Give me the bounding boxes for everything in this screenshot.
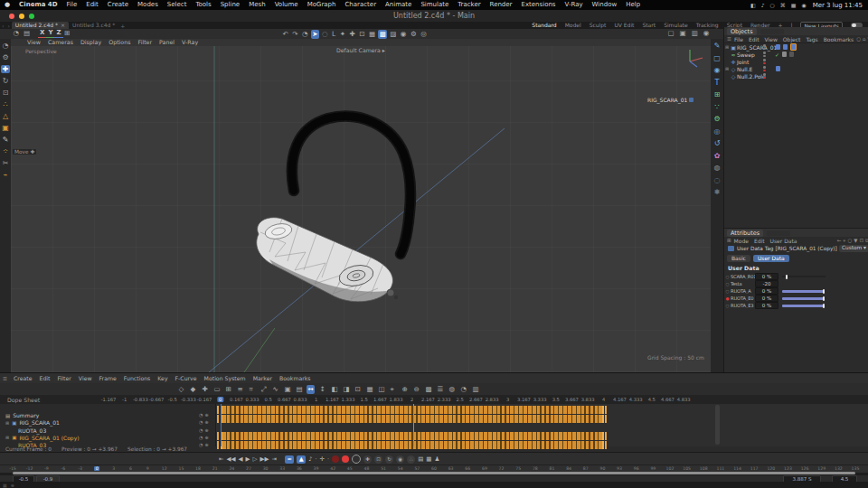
edges-mode-icon[interactable]: △ (1, 112, 10, 120)
generator-gear-icon[interactable]: ⚙ (712, 115, 722, 123)
menu-v-ray[interactable]: V-Ray (561, 0, 588, 10)
display-icon[interactable]: ◧ (748, 2, 759, 8)
render-settings-icon[interactable]: ⚙ (409, 30, 418, 39)
record-transform-icon[interactable] (332, 455, 339, 463)
objects-menu-edit[interactable]: Edit (746, 36, 762, 42)
apple-menu-icon[interactable]: ● (0, 0, 14, 10)
frame-label[interactable]: 129 (817, 466, 826, 471)
quantize-grid-icon[interactable]: ▦ (368, 30, 377, 39)
menu-spline[interactable]: Spline (216, 0, 245, 10)
menu-render[interactable]: Render (486, 0, 517, 10)
visibility-editor-dot[interactable] (763, 73, 766, 76)
tag-icon[interactable] (782, 52, 788, 57)
objects-menu-bookmarks[interactable]: Bookmarks (821, 36, 857, 42)
prev-key-button[interactable]: ◀◀ (226, 455, 235, 464)
snap-icon[interactable]: ✦ (338, 30, 346, 39)
frame-label[interactable]: 81 (550, 466, 555, 471)
attributes-menu-edit[interactable]: Edit (751, 238, 768, 244)
attributes-menu-mode[interactable]: Mode (731, 238, 751, 244)
track-row-summary-0[interactable]: ▤Summary (5, 412, 39, 419)
track-option-icon[interactable]: ⊕ (204, 412, 208, 418)
subtab-basic[interactable]: Basic (727, 255, 750, 262)
track-option-icon[interactable]: ⊕ (204, 419, 208, 425)
back-icon[interactable]: ← (837, 238, 842, 244)
frame-label[interactable]: 15 (178, 466, 184, 471)
param-slider[interactable] (782, 296, 826, 301)
frame-label[interactable]: -6 (61, 466, 66, 471)
track-option-icon[interactable]: ⊕ (204, 435, 208, 440)
prev-frame-button[interactable]: ◀ (238, 455, 242, 464)
play-button[interactable]: ▶ (245, 455, 250, 464)
track-option-icon[interactable]: ⊕ (204, 442, 208, 447)
frame-label[interactable]: 39 (314, 466, 319, 471)
frame-label[interactable]: -3 (78, 466, 82, 471)
menu-edit[interactable]: Edit (81, 0, 103, 10)
workplane-icon[interactable]: ⊞ (63, 29, 71, 38)
frame-label[interactable]: 24 (229, 466, 234, 471)
play-forward-button[interactable]: ▷ (252, 455, 257, 464)
timeline-range-scrollbar[interactable] (13, 472, 855, 474)
param-slider[interactable] (782, 275, 826, 279)
timeline-menu-filter[interactable]: Filter (53, 375, 74, 381)
timeline-menu-view[interactable]: View (75, 375, 96, 381)
camera-label[interactable]: Default Camera ▸ (336, 47, 385, 53)
track-option-icon[interactable]: ◔ (199, 412, 203, 418)
tab-objects-secondary[interactable] (760, 29, 784, 34)
viewport-menu-v-ray[interactable]: V-Ray (178, 39, 202, 46)
frame-label[interactable]: 96 (634, 466, 639, 471)
timeline-tool-icon-5[interactable]: ≡ (236, 385, 244, 394)
frame-label[interactable]: 135 (852, 466, 860, 471)
tag-icon[interactable] (776, 66, 781, 71)
frame-label[interactable]: 117 (750, 466, 759, 471)
frame-label[interactable]: 63 (448, 466, 454, 471)
timeline-menu-bookmarks[interactable]: Bookmarks (276, 375, 315, 381)
frame-label[interactable]: 30 (263, 466, 269, 471)
user-data-tag-selected-icon[interactable] (790, 43, 797, 51)
objects-menu-file[interactable]: File (731, 36, 746, 42)
frame-label[interactable]: 48 (364, 466, 370, 471)
timeline-menu-create[interactable]: Create (10, 375, 36, 381)
move-icon[interactable]: ✚ (348, 30, 356, 39)
frame-label[interactable]: 123 (784, 466, 792, 471)
timeline-tool-icon-14[interactable]: ◨ (342, 385, 351, 394)
points-mode-icon[interactable]: ∴ (1, 100, 10, 108)
history-icon[interactable]: ◔ (12, 29, 21, 38)
timeline-menu-edit[interactable]: Edit (36, 375, 54, 381)
torus-spline-icon[interactable]: ◎ (712, 127, 722, 136)
frame-label[interactable]: 21 (212, 466, 218, 471)
menu-mesh[interactable]: Mesh (244, 0, 269, 10)
layout-tab-sculpt[interactable]: Sculpt (590, 22, 607, 29)
app-menu[interactable]: Cinema 4D (14, 0, 61, 10)
timeline-tool-icon-4[interactable]: ⊞ (224, 385, 232, 394)
settings-gear-icon[interactable]: ⚙ (1, 53, 10, 61)
menu-mograph[interactable]: MoGraph (303, 0, 341, 10)
menu-volume[interactable]: Volume (270, 0, 303, 10)
tab-attributes[interactable]: Attributes (727, 230, 763, 237)
viewport-menu-view[interactable]: View (24, 39, 44, 46)
go-end-button[interactable]: ⇥ (271, 455, 276, 464)
timeline-tool-icon-23[interactable]: ◍ (448, 385, 457, 394)
axis-mode-icon[interactable]: ⁘ (1, 147, 10, 155)
visibility-dots[interactable] (763, 73, 766, 79)
preset-dropdown[interactable]: Custom ▾ (839, 245, 868, 252)
knife-tool-icon[interactable]: ✂ (1, 159, 10, 167)
keyframe-range-start-marker[interactable] (217, 441, 219, 449)
track-option-icon[interactable]: ◔ (199, 442, 203, 447)
text-object-icon[interactable]: T (712, 79, 722, 87)
frame-label[interactable]: 75 (515, 466, 521, 471)
frame-label[interactable]: 12 (162, 466, 167, 471)
visibility-editor-dot[interactable] (763, 59, 766, 61)
visibility-dots[interactable] (763, 52, 766, 57)
axis-y-lock[interactable]: Y (46, 29, 54, 38)
expander-icon[interactable]: ⊞ (5, 435, 9, 440)
project-folder-icon[interactable]: ▤ (23, 29, 32, 38)
menu-character[interactable]: Character (340, 0, 381, 10)
frame-label[interactable]: 27 (246, 466, 251, 471)
particles-icon[interactable]: ❄ (712, 188, 722, 196)
objects-menu-tags[interactable]: Tags (803, 36, 820, 42)
frame-label[interactable]: 78 (533, 466, 538, 471)
keyframe-presets-icon[interactable]: ▤ (418, 455, 423, 464)
timeline-tool-icon-0[interactable]: ◇ (177, 385, 185, 394)
tag-icon[interactable] (789, 52, 795, 57)
scara-model[interactable] (242, 108, 423, 317)
